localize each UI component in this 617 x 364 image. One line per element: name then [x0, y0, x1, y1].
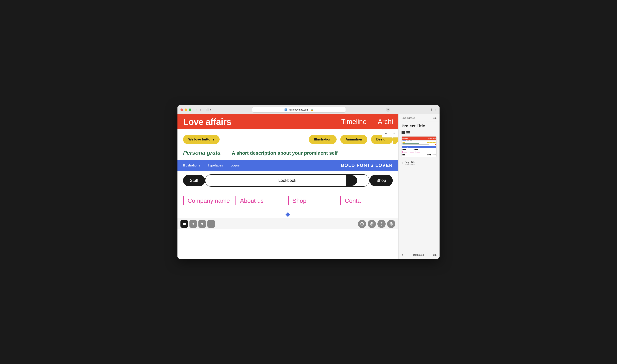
grid-view-icon[interactable] [402, 131, 405, 134]
stuff-button[interactable]: Stuff [183, 175, 205, 186]
footer-link-company[interactable]: Company name [183, 196, 236, 205]
thumbnail-blue-bar: Illustrations Typefaces Logos BOLD FONTS [402, 146, 436, 148]
animation-button[interactable]: Animation [340, 135, 367, 144]
eye-icon-button[interactable] [368, 220, 376, 228]
menu-dots-button[interactable] [377, 220, 386, 228]
back-arrow[interactable]: ‹ [195, 108, 198, 112]
view-toggle-button[interactable]: ⬜ ▾ [205, 108, 212, 112]
maximize-button[interactable] [189, 108, 191, 111]
thumbnail-pink-bar-2 [409, 151, 409, 153]
thumbnail-text-label: Contact [432, 154, 436, 155]
site-header: Love affairs Timeline Archi [177, 114, 398, 129]
shop-button[interactable]: Shop [370, 175, 393, 186]
footer-link-about[interactable]: About us [236, 196, 288, 205]
site-title: Love affairs [183, 117, 231, 127]
svg-rect-13 [391, 224, 392, 225]
panel-view-icons [399, 130, 440, 135]
thumbnail-dot-icon [429, 154, 431, 156]
canvas-area: Love affairs Timeline Archi ← + We love … [177, 114, 398, 259]
lock-icon: 🔒 [311, 108, 313, 111]
thumbnail-circle-icon [427, 154, 429, 156]
footer-links-section: Company name About us Shop Conta [177, 190, 398, 211]
browser-window: ‹ › ⬜ ▾ R my.readymag.com 🔒 ••• ⬇ + Love… [177, 105, 440, 259]
address-bar[interactable]: R my.readymag.com 🔒 [252, 107, 346, 113]
bottom-toolbar [177, 218, 398, 229]
minimize-button[interactable] [185, 108, 187, 111]
thumbnail-screen-icon [402, 154, 405, 156]
svg-point-5 [372, 223, 372, 224]
blue-nav-bar: Illustrations Typefaces Logos BOLD FONTS… [177, 160, 398, 170]
thumbnail-bottom-icons: Contact [402, 154, 436, 156]
footer-link-bar-3 [288, 196, 289, 205]
svg-rect-11 [391, 223, 392, 224]
page-item-1[interactable]: 1. Page Title /custom url [402, 160, 437, 167]
page-nav-overlay: ← + [382, 129, 398, 138]
download-icon[interactable]: ⬇ [430, 108, 433, 112]
templates-button[interactable]: Templates [413, 253, 424, 256]
toolbar-left [180, 220, 215, 228]
title-bar-right: ⬇ + [430, 108, 437, 112]
thumbnail-pill-4 [433, 142, 436, 143]
right-panel: Unpublished Help Project Title Love affa… [398, 114, 440, 259]
thumbnail-text-row [402, 143, 436, 146]
lookbook-button[interactable]: Lookbook [205, 174, 370, 187]
publish-status: Unpublished [402, 117, 415, 119]
grid-icon-button[interactable] [387, 220, 395, 228]
svg-rect-1 [184, 225, 185, 225]
svg-point-9 [390, 222, 393, 225]
more-options-button[interactable]: ••• [386, 108, 390, 112]
nav-item-archive[interactable]: Archi [378, 118, 393, 126]
illustration-button[interactable]: Illustration [309, 135, 336, 144]
persona-title: Persona grata [183, 150, 221, 156]
page-thumbnail[interactable]: Love affairs Timeline Archive [402, 136, 437, 157]
thumbnail-line-2 [402, 144, 429, 145]
lookbook-section: Stuff Lookbook Shop [177, 170, 398, 190]
thumbnail-pink-text-2 [410, 152, 414, 153]
traffic-lights [180, 108, 191, 111]
panel-header: Unpublished Help [399, 114, 440, 122]
page-url-label: /custom url [404, 164, 416, 166]
nav-logos[interactable]: Logos [227, 164, 243, 168]
list-view-icon[interactable] [406, 131, 410, 134]
project-title[interactable]: Project Title [399, 122, 440, 130]
diamond-icon [285, 212, 290, 217]
thumbnail-nav-text: Timeline Archive [428, 138, 436, 139]
new-tab-icon[interactable]: + [435, 108, 437, 112]
thumbnail-nav-items: Illustrations Typefaces Logos [402, 147, 413, 148]
next-page-button[interactable]: + [390, 129, 398, 138]
layers-icon-button[interactable] [199, 220, 206, 228]
persona-section: Persona grata A short description about … [177, 148, 398, 160]
footer-link-contact[interactable]: Conta [340, 196, 393, 205]
thumbnail-pink-bar-3 [416, 151, 416, 153]
title-bar: ‹ › ⬜ ▾ R my.readymag.com 🔒 ••• ⬇ + [177, 105, 440, 114]
refresh-icon-button[interactable] [189, 220, 197, 228]
thumbnail-pink-row [402, 151, 436, 153]
thumbnail-pink-bar-1 [402, 151, 403, 153]
thumbnail-nav-dot-1 [402, 141, 406, 141]
nav-typefaces[interactable]: Typefaces [204, 164, 227, 168]
page-list: 1. Page Title /custom url [399, 158, 440, 168]
we-love-buttons-button[interactable]: We love buttons [183, 135, 220, 144]
nav-illustrations[interactable]: Illustrations [183, 164, 204, 168]
forward-arrow[interactable]: › [199, 108, 202, 112]
bin-button[interactable]: Bin [433, 253, 437, 256]
screen-icon-button[interactable] [180, 220, 188, 228]
close-button[interactable] [180, 108, 183, 111]
thumbnail-lookbook-btn [407, 149, 414, 150]
thumbnail-pill-3 [430, 142, 433, 143]
thumbnail-nav-bar [402, 140, 436, 142]
add-icon-button[interactable] [207, 220, 215, 228]
thumbnail-shop-btn [415, 149, 418, 150]
thumbnail-red-dot [435, 144, 436, 145]
thumbnail-pill-1 [402, 142, 405, 143]
prev-page-button[interactable]: ← [382, 129, 390, 138]
panel-bottom: + Templates Bin [399, 251, 440, 259]
lock-arrow-button[interactable] [358, 220, 366, 228]
footer-link-bar [183, 196, 184, 205]
thumbnail-pink-text-1 [403, 152, 407, 153]
help-link[interactable]: Help [431, 117, 437, 119]
thumbnail-pills-row [402, 142, 436, 143]
add-page-button[interactable]: + [402, 253, 403, 257]
nav-item-timeline[interactable]: Timeline [341, 118, 366, 126]
footer-link-shop[interactable]: Shop [288, 196, 340, 205]
